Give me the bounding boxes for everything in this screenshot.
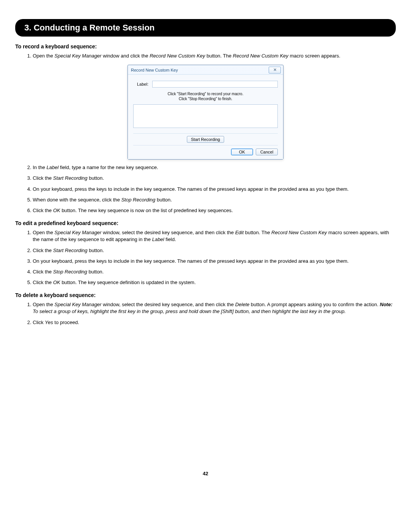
text: When done with the sequence, click the xyxy=(33,197,121,203)
list-item: Click the OK button. The new key sequenc… xyxy=(33,207,396,214)
text: Open the xyxy=(33,53,54,59)
text: Open the xyxy=(33,302,54,307)
list-item: On your keyboard, press the keys to incl… xyxy=(33,258,396,265)
list-item: Open the Special Key Manager window, sel… xyxy=(33,301,396,315)
em: Special Key Manager xyxy=(54,302,102,307)
close-icon[interactable]: ✕ xyxy=(269,67,281,73)
subhead-record: To record a keyboard sequence: xyxy=(15,43,396,50)
list-item: Open the Special Key Manager window and … xyxy=(33,53,396,59)
steps-record-cont: In the Label field, type a name for the … xyxy=(15,164,396,214)
list-item: In the Label field, type a name for the … xyxy=(33,164,396,171)
note-label: Note: xyxy=(380,302,392,307)
em: Label xyxy=(46,165,59,170)
em: Record New Custom Key xyxy=(271,230,327,235)
text: Open the xyxy=(33,230,54,235)
list-item: Open the Special Key Manager window, sel… xyxy=(33,229,396,243)
label-input[interactable] xyxy=(152,81,278,88)
text: button. xyxy=(87,269,104,275)
em: Special Key Manager xyxy=(54,230,102,235)
list-item: Click the Start Recording button. xyxy=(33,175,396,182)
text: field, type a name for the new key seque… xyxy=(59,165,158,170)
text: button. xyxy=(88,175,104,181)
text: button. xyxy=(88,248,104,253)
text: In the xyxy=(33,165,46,170)
em: Stop Recording xyxy=(121,197,156,203)
em: Start Recording xyxy=(53,175,87,181)
text: to proceed. xyxy=(53,320,79,325)
text: Click xyxy=(33,320,45,325)
recording-area[interactable] xyxy=(133,104,278,128)
text: Click the xyxy=(33,280,53,285)
text: macro screen appears. xyxy=(288,53,341,59)
cancel-button[interactable]: Cancel xyxy=(256,149,278,155)
section-header: 3. Conducting a Remote Session xyxy=(15,19,396,37)
hint-text: Click "Start Recording" to record your m… xyxy=(133,91,278,101)
record-dialog: Record New Custom Key ✕ Label: Click "St… xyxy=(127,65,284,160)
list-item: Click the Start Recording button. xyxy=(33,247,396,254)
text: button. The new key sequence is now on t… xyxy=(60,208,233,213)
subhead-edit: To edit a predefined keyboard sequence: xyxy=(15,220,396,226)
list-item: Click the OK button. The key sequence de… xyxy=(33,279,396,286)
text: Click the xyxy=(33,175,53,181)
text: window, select the desired key sequence,… xyxy=(102,230,235,235)
list-item: Click the Stop Recording button. xyxy=(33,268,396,275)
em: Special Key Manager xyxy=(54,53,102,59)
text: button. A prompt appears asking you to c… xyxy=(249,302,380,307)
em: Delete xyxy=(235,302,250,307)
text: Click the xyxy=(33,269,53,275)
subhead-delete: To delete a keyboard sequence: xyxy=(15,292,396,298)
em: Record New Custom Key xyxy=(150,53,205,59)
list-item: Click Yes to proceed. xyxy=(33,319,396,326)
em: OK xyxy=(53,280,60,285)
steps-record: Open the Special Key Manager window and … xyxy=(15,53,396,59)
hint-line: Click "Stop Recording" to finish. xyxy=(133,96,278,101)
em: Record New Custom Key xyxy=(233,53,288,59)
text: Click the xyxy=(33,248,53,253)
page-number: 42 xyxy=(15,471,396,476)
list-item: When done with the sequence, click the S… xyxy=(33,197,396,203)
hint-line: Click "Start Recording" to record your m… xyxy=(133,91,278,96)
steps-edit: Open the Special Key Manager window, sel… xyxy=(15,229,396,286)
text: window and click the xyxy=(102,53,150,59)
em: OK xyxy=(53,208,60,213)
em: To select a group of keys, highlight the… xyxy=(33,308,346,314)
em: Stop Recording xyxy=(53,269,87,275)
list-item: On your keyboard, press the keys to incl… xyxy=(33,186,396,193)
text: field. xyxy=(164,236,176,242)
label-text: Label: xyxy=(137,82,148,86)
em: Start Recording xyxy=(53,248,87,253)
text: button. The key sequence definition is u… xyxy=(60,280,196,285)
text: button. The xyxy=(205,53,233,59)
text: button. xyxy=(155,197,172,203)
text: button. The xyxy=(244,230,271,235)
text: window, select the desired key sequence,… xyxy=(102,302,235,307)
dialog-screenshot: Record New Custom Key ✕ Label: Click "St… xyxy=(127,65,284,160)
steps-delete: Open the Special Key Manager window, sel… xyxy=(15,301,396,326)
em: Yes xyxy=(45,320,53,325)
em: Label xyxy=(152,236,164,242)
dialog-title: Record New Custom Key xyxy=(131,68,178,72)
ok-button[interactable]: OK xyxy=(231,149,253,155)
em: Edit xyxy=(235,230,244,235)
start-recording-button[interactable]: Start Recording xyxy=(187,136,224,143)
text: Click the xyxy=(33,208,53,213)
